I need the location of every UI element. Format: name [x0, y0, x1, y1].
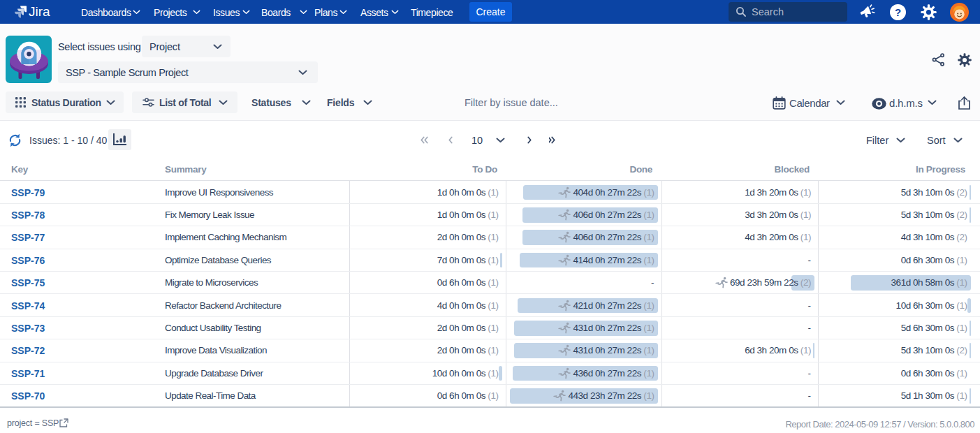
svg-text:?: ? [895, 6, 901, 18]
